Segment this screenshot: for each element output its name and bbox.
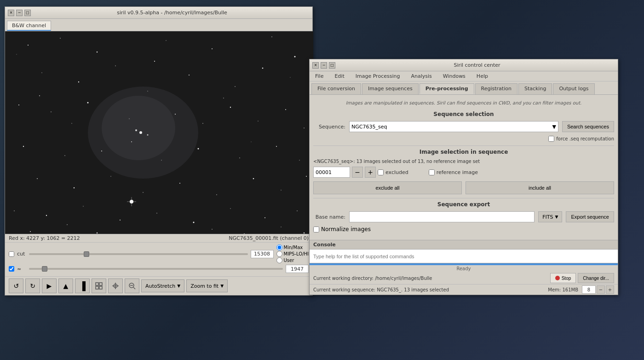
- bw-channel-tab[interactable]: B&W channel: [7, 21, 51, 31]
- cc-maximize-btn[interactable]: □: [329, 62, 335, 69]
- export-sequence-button[interactable]: Export sequence: [566, 211, 614, 222]
- minimize-btn[interactable]: −: [16, 10, 23, 16]
- svg-point-9: [41, 72, 42, 73]
- cut-slider-track[interactable]: [29, 253, 248, 255]
- bg-checkbox[interactable]: [9, 266, 14, 272]
- image-statusbar: Red x: 4227 y: 1062 = 2212 NGC7635_00001…: [5, 234, 312, 242]
- svg-point-49: [46, 215, 47, 216]
- sequence-label: Sequence:: [313, 124, 345, 130]
- fits-dropdown-icon: ▼: [555, 215, 558, 219]
- radio-user[interactable]: User: [276, 257, 309, 263]
- fits-dropdown-button[interactable]: FITS ▼: [538, 211, 562, 222]
- cut-label: cut: [17, 251, 26, 257]
- tab-content-pre-processing: Images are manipulated in sequences. Sir…: [310, 95, 618, 240]
- bg-icon: ≈: [17, 266, 26, 272]
- thread-control: 8 − +: [582, 285, 614, 294]
- cc-close-btn[interactable]: ×: [312, 62, 319, 69]
- crosshair-button[interactable]: [108, 279, 123, 293]
- sliders-area: cut 15308 Min/Max MIPS-LO/HI User ≈: [5, 242, 312, 276]
- stop-button[interactable]: Stop: [550, 273, 576, 283]
- excluded-checkbox[interactable]: [378, 169, 384, 175]
- thread-decrement[interactable]: −: [597, 285, 605, 294]
- cc-minimize-btn[interactable]: −: [321, 62, 327, 69]
- tab-file-conversion[interactable]: File conversion: [311, 83, 361, 94]
- menu-edit[interactable]: Edit: [331, 72, 348, 80]
- svg-point-52: [156, 213, 157, 214]
- svg-point-6: [212, 48, 213, 49]
- svg-point-1: [102, 96, 175, 160]
- reference-checkbox[interactable]: [429, 169, 435, 175]
- svg-point-51: [120, 220, 121, 221]
- cut-slider-value: 15308: [251, 250, 274, 258]
- image-num-decrement[interactable]: −: [352, 167, 363, 178]
- svg-point-47: [306, 176, 307, 177]
- thread-count-input[interactable]: 8: [582, 285, 596, 294]
- radio-minmax[interactable]: Min/Max: [276, 244, 309, 250]
- image-sel-info: <NGC7635_seq>: 13 images selected out of…: [313, 159, 614, 164]
- redo-button[interactable]: ↻: [25, 279, 40, 293]
- cut-checkbox[interactable]: [9, 251, 14, 257]
- svg-point-68: [39, 95, 40, 96]
- image-window-controls[interactable]: × − □: [8, 10, 31, 16]
- tab-stacking[interactable]: Stacking: [518, 83, 552, 94]
- tab-image-sequences[interactable]: Image sequences: [362, 83, 419, 94]
- cut-slider-thumb[interactable]: [84, 251, 89, 257]
- zoom-to-fit-button[interactable]: Zoom to fit ▼: [186, 279, 228, 292]
- svg-point-29: [285, 109, 286, 110]
- menu-help[interactable]: Help: [473, 72, 492, 80]
- autostretch-button[interactable]: AutoStretch ▼: [141, 279, 184, 292]
- fits-label: FITS: [542, 214, 553, 220]
- svg-point-41: [110, 176, 111, 176]
- bg-slider-row: ≈ 1947: [9, 265, 309, 273]
- excluded-label: excluded: [378, 169, 408, 175]
- tab-pre-processing[interactable]: Pre-processing: [420, 83, 474, 94]
- grid-button[interactable]: [92, 279, 106, 293]
- sequence-export-title: Sequence export: [313, 201, 614, 208]
- thread-increment[interactable]: +: [606, 285, 614, 294]
- tab-registration[interactable]: Registration: [475, 83, 518, 94]
- svg-line-81: [133, 287, 135, 289]
- bg-slider-thumb[interactable]: [42, 266, 47, 272]
- undo-button[interactable]: ↺: [9, 279, 23, 293]
- cc-window-controls[interactable]: × − □: [312, 62, 335, 69]
- radio-mips[interactable]: MIPS-LO/HI: [276, 251, 309, 257]
- tab-output-logs[interactable]: Output logs: [553, 83, 594, 94]
- image-number-input[interactable]: 00001: [313, 167, 350, 178]
- menubar: File Edit Image Processing Analysis Wind…: [310, 71, 618, 81]
- zoom-icon-button[interactable]: [125, 279, 139, 293]
- image-selection-title: Image selection in sequence: [313, 149, 614, 155]
- svg-point-45: [253, 178, 254, 180]
- include-all-button[interactable]: include all: [466, 181, 614, 194]
- play-button[interactable]: ▶: [42, 279, 57, 293]
- flip-button[interactable]: ▲: [58, 279, 73, 293]
- normalize-label: Normalize images: [321, 226, 371, 232]
- image-num-increment[interactable]: +: [365, 167, 376, 178]
- svg-point-24: [131, 141, 132, 142]
- close-btn[interactable]: ×: [8, 10, 14, 16]
- menu-file[interactable]: File: [311, 72, 327, 80]
- svg-point-44: [216, 194, 217, 195]
- console-header: Console: [310, 240, 618, 250]
- force-seq-checkbox[interactable]: [548, 136, 554, 142]
- console-input[interactable]: [310, 250, 618, 263]
- sequence-dropdown[interactable]: NGC7635_seq ▼: [349, 121, 558, 132]
- menu-analysis[interactable]: Analysis: [407, 72, 435, 80]
- menu-windows[interactable]: Windows: [439, 72, 469, 80]
- svg-point-54: [230, 208, 230, 209]
- exclude-all-button[interactable]: exclude all: [313, 181, 462, 194]
- change-dir-button[interactable]: Change dir...: [578, 273, 614, 283]
- image-toolbar: ↺ ↻ ▶ ▲ ▐ A: [5, 276, 312, 295]
- svg-point-3: [60, 38, 61, 39]
- search-sequences-button[interactable]: Search sequences: [562, 121, 614, 132]
- maximize-btn[interactable]: □: [24, 10, 31, 16]
- bg-slider-track[interactable]: [29, 268, 283, 270]
- cwd-row: Current working directory: /home/cyril/I…: [310, 272, 618, 284]
- svg-point-50: [83, 206, 83, 206]
- image-canvas: [5, 31, 313, 234]
- ready-status: Ready: [310, 265, 618, 272]
- normalize-checkbox[interactable]: [313, 226, 319, 232]
- base-name-input[interactable]: [349, 211, 535, 222]
- menu-image-processing[interactable]: Image Processing: [352, 72, 404, 80]
- svg-point-7: [271, 36, 272, 37]
- histogram-button[interactable]: ▐: [75, 279, 90, 293]
